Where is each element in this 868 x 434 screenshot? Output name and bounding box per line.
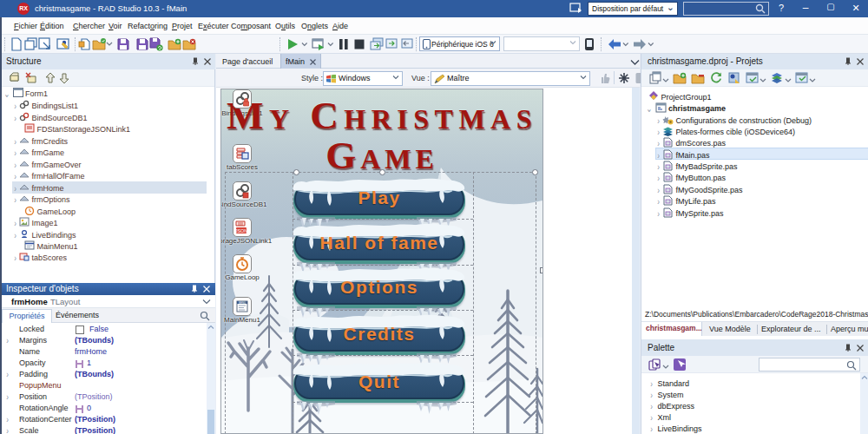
svg-text:MENU: MENU [239, 301, 246, 305]
svg-text:JSON: JSON [235, 228, 248, 233]
